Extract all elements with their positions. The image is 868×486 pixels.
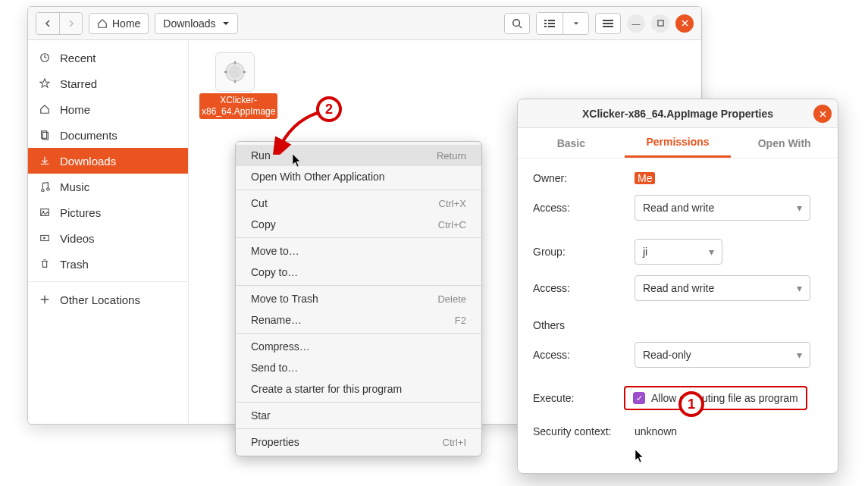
minimize-button[interactable]: —	[627, 14, 645, 33]
chevron-down-icon: ▾	[709, 246, 714, 258]
group-access-value: Read and write	[643, 282, 714, 294]
group-dropdown[interactable]: ji ▾	[635, 239, 722, 265]
file-item[interactable]: XClicker-x86_64.AppImage	[199, 52, 271, 119]
context-menu-item-label: Copy to…	[251, 266, 298, 278]
star-icon	[39, 77, 51, 89]
context-menu-item-label: Run	[251, 149, 271, 161]
properties-body: Owner: Me Access: Read and write ▾ Group…	[518, 158, 838, 462]
sidebar-item-pictures[interactable]: Pictures	[28, 199, 188, 225]
pictures-icon	[39, 206, 51, 218]
context-menu-separator	[236, 333, 481, 334]
sidebar-item-label: Starred	[60, 77, 97, 90]
sidebar-item-trash[interactable]: Trash	[28, 251, 188, 277]
execute-checkbox[interactable]: ✓	[633, 392, 645, 404]
sidebar-separator	[28, 281, 188, 282]
documents-icon	[39, 129, 51, 141]
sidebar-item-label: Home	[60, 103, 90, 116]
context-menu: RunReturnOpen With Other ApplicationCutC…	[235, 141, 482, 456]
maximize-button[interactable]	[651, 14, 669, 33]
hamburger-icon	[603, 19, 613, 28]
breadcrumb-downloads-label: Downloads	[163, 17, 215, 30]
others-access-value: Read-only	[643, 349, 691, 361]
properties-tabs: Basic Permissions Open With	[518, 128, 838, 158]
owner-access-value: Read and write	[643, 202, 714, 214]
security-context-value: unknown	[635, 425, 677, 437]
search-icon	[512, 18, 522, 29]
context-menu-shortcut: Return	[437, 150, 466, 161]
annotation-marker-1: 1	[678, 391, 704, 417]
properties-close-button[interactable]	[813, 105, 832, 123]
owner-access-label: Access:	[533, 202, 581, 214]
context-menu-item-open-with-other-application[interactable]: Open With Other Application	[236, 166, 481, 187]
breadcrumb-downloads[interactable]: Downloads	[155, 13, 237, 34]
context-menu-shortcut: Ctrl+I	[443, 437, 466, 448]
sidebar-item-label: Pictures	[60, 206, 101, 219]
others-access-dropdown[interactable]: Read-only ▾	[635, 342, 810, 368]
plus-icon	[39, 293, 51, 306]
context-menu-item-create-a-starter-for-this-program[interactable]: Create a starter for this program	[236, 378, 481, 400]
chevron-down-icon: ▾	[797, 202, 802, 214]
clock-icon	[39, 52, 51, 64]
appimage-icon	[215, 52, 255, 92]
chevron-down-icon: ▾	[797, 349, 802, 361]
list-view-button[interactable]	[537, 13, 562, 34]
videos-icon	[39, 232, 51, 244]
context-menu-item-properties[interactable]: PropertiesCtrl+I	[236, 431, 481, 453]
music-icon	[39, 180, 51, 193]
sidebar-item-documents[interactable]: Documents	[28, 122, 188, 148]
sidebar: Recent Starred Home Documents Downloads …	[28, 40, 189, 424]
context-menu-item-send-to[interactable]: Send to…	[236, 357, 481, 378]
properties-titlebar[interactable]: XClicker-x86_64.AppImage Properties	[518, 99, 838, 128]
close-button[interactable]	[675, 14, 694, 33]
context-menu-item-star[interactable]: Star	[236, 405, 481, 426]
owner-access-dropdown[interactable]: Read and write ▾	[635, 195, 810, 221]
group-access-dropdown[interactable]: Read and write ▾	[635, 275, 810, 301]
search-button[interactable]	[504, 13, 530, 34]
context-menu-item-cut[interactable]: CutCtrl+X	[236, 193, 481, 214]
sidebar-item-label: Documents	[60, 129, 118, 142]
sidebar-item-home[interactable]: Home	[28, 96, 188, 122]
tab-basic[interactable]: Basic	[518, 128, 625, 158]
sidebar-item-starred[interactable]: Starred	[28, 71, 188, 96]
toolbar: Home Downloads —	[28, 7, 701, 40]
breadcrumb-home[interactable]: Home	[89, 13, 149, 34]
execute-label: Execute:	[533, 392, 581, 404]
context-menu-item-label: Copy	[251, 218, 276, 230]
tab-permissions[interactable]: Permissions	[625, 128, 732, 158]
sidebar-item-label: Trash	[60, 258, 89, 271]
context-menu-item-label: Rename…	[251, 314, 302, 326]
sidebar-item-downloads[interactable]: Downloads	[28, 148, 188, 174]
cursor-icon	[292, 153, 302, 168]
sidebar-item-label: Downloads	[60, 155, 116, 168]
svg-rect-9	[603, 23, 613, 24]
sidebar-item-music[interactable]: Music	[28, 174, 188, 199]
forward-button[interactable]	[59, 13, 82, 34]
context-menu-item-move-to-trash[interactable]: Move to TrashDelete	[236, 288, 481, 309]
list-icon	[544, 19, 555, 28]
context-menu-item-rename[interactable]: Rename…F2	[236, 309, 481, 331]
execute-text: Allow executing file as program	[651, 392, 798, 404]
sidebar-item-other-locations[interactable]: Other Locations	[28, 287, 188, 312]
group-value: ji	[643, 246, 647, 258]
context-menu-separator	[236, 190, 481, 190]
hamburger-button[interactable]	[595, 13, 621, 34]
context-menu-item-compress[interactable]: Compress…	[236, 336, 481, 357]
context-menu-item-copy[interactable]: CopyCtrl+C	[236, 214, 481, 235]
chevron-down-icon	[222, 20, 230, 27]
context-menu-item-run[interactable]: RunReturn	[236, 145, 481, 166]
context-menu-item-copy-to[interactable]: Copy to…	[236, 262, 481, 283]
context-menu-item-label: Properties	[251, 436, 299, 448]
context-menu-shortcut: Ctrl+X	[439, 198, 466, 209]
svg-rect-5	[548, 23, 555, 24]
minimize-icon: —	[632, 19, 641, 28]
sidebar-item-videos[interactable]: Videos	[28, 225, 188, 251]
context-menu-separator	[236, 285, 481, 286]
context-menu-item-move-to[interactable]: Move to…	[236, 240, 481, 262]
back-button[interactable]	[36, 13, 59, 34]
svg-rect-11	[657, 20, 663, 26]
view-dropdown-button[interactable]	[562, 13, 588, 34]
context-menu-shortcut: Ctrl+C	[438, 219, 466, 230]
sidebar-item-recent[interactable]: Recent	[28, 45, 188, 71]
context-menu-item-label: Open With Other Application	[251, 171, 385, 183]
tab-open-with[interactable]: Open With	[731, 128, 838, 158]
